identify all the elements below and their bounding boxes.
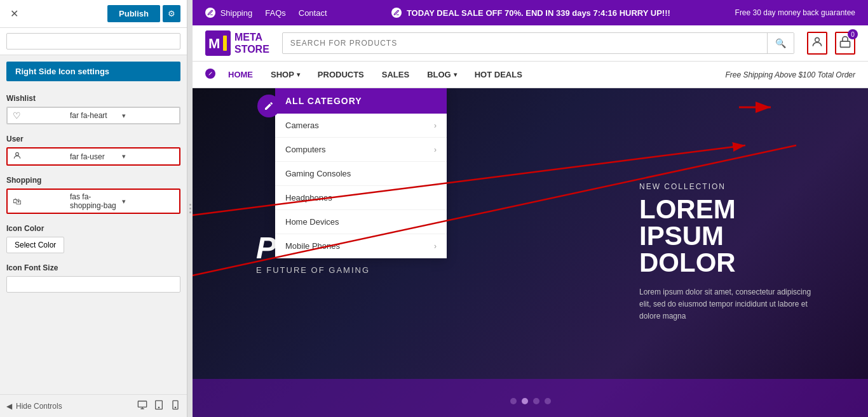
logo-text: META STORE — [234, 31, 269, 55]
icon-color-label: Icon Color — [6, 224, 180, 233]
cameras-arrow-icon: › — [434, 121, 437, 130]
category-cameras[interactable]: Cameras › — [275, 114, 447, 138]
category-header: ALL CATEGORY — [275, 88, 447, 114]
svg-point-0 — [16, 152, 19, 156]
shipping-label: Shipping — [220, 8, 253, 18]
left-panel: ✕ Publish ⚙ Right Side Icon settings Wis… — [0, 0, 187, 417]
cart-button[interactable]: 0 — [835, 32, 855, 55]
user-chevron-icon: ▾ — [122, 152, 174, 161]
hero-text: NEW COLLECTION LOREM IPSUM DOLOR Lorem i… — [639, 182, 817, 323]
faqs-link[interactable]: FAQs — [265, 8, 286, 18]
resize-dot — [189, 204, 191, 206]
svg-rect-8 — [223, 36, 227, 51]
logo-icon: M — [205, 30, 231, 56]
category-computers[interactable]: Computers › — [275, 138, 447, 162]
tablet-view-button[interactable] — [154, 400, 164, 412]
mobile-view-button[interactable] — [170, 400, 180, 412]
hero-description: Lorem ipsum dolor sit amet, consectetur … — [639, 286, 817, 323]
category-gaming-consoles[interactable]: Gaming Consoles — [275, 162, 447, 186]
heart-icon: ♡ — [13, 110, 65, 121]
select-color-button[interactable]: Select Color — [6, 237, 64, 253]
shopping-label: Shopping — [6, 176, 180, 185]
shopping-section: Shopping 🛍 fas fa-shopping-bag ▾ — [6, 176, 180, 214]
contact-link[interactable]: Contact — [299, 8, 327, 18]
resize-handle[interactable] — [187, 0, 193, 417]
footer-icons — [137, 400, 180, 412]
nav-hot-deals[interactable]: HOT DEALS — [467, 63, 530, 86]
wishlist-section: Wishlist ♡ far fa-heart ▾ — [6, 94, 180, 124]
free-shipping-text: Free Shipping Above $100 Total Order — [725, 70, 855, 79]
search-button[interactable]: 🔍 — [767, 33, 794, 53]
right-content: Shipping FAQs Contact TODAY DEAL SALE OF… — [193, 0, 868, 417]
nav-products[interactable]: PRODUCTS — [310, 63, 372, 86]
nav-sales[interactable]: SALES — [374, 63, 417, 86]
user-select[interactable]: far fa-user ▾ — [6, 147, 180, 166]
top-bar-left: Shipping FAQs Contact — [205, 8, 327, 18]
search-input[interactable] — [283, 34, 767, 53]
user-section: User far fa-user ▾ — [6, 135, 180, 166]
panel-search-input[interactable] — [6, 33, 180, 50]
logo-area: M META STORE — [205, 30, 269, 56]
category-headphones[interactable]: Headphones — [275, 186, 447, 210]
right-side-icon-settings-button[interactable]: Right Side Icon settings — [6, 62, 180, 81]
logo-store: STORE — [234, 43, 269, 55]
money-back-text: Free 30 day money back guarantee — [735, 8, 855, 17]
site-nav: HOME SHOP ▾ PRODUCTS SALES BLOG ▾ HOT DE… — [193, 62, 868, 88]
nav-home[interactable]: HOME — [220, 63, 261, 86]
site-header: M META STORE 🔍 — [193, 25, 868, 62]
icon-font-size-input[interactable] — [6, 276, 180, 293]
shopping-chevron-icon: ▾ — [122, 197, 174, 206]
top-bar-right: Free 30 day money back guarantee — [735, 8, 855, 17]
hide-controls-label: Hide Controls — [16, 402, 62, 411]
headphones-label: Headphones — [285, 193, 332, 202]
category-home-devices[interactable]: Home Devices — [275, 210, 447, 234]
header-icons: 0 — [807, 32, 855, 55]
computers-arrow-icon: › — [434, 145, 437, 154]
search-icon: 🔍 — [775, 38, 786, 48]
panel-header: ✕ Publish ⚙ — [0, 0, 187, 28]
wishlist-chevron-icon: ▾ — [122, 112, 174, 120]
hero-subtitle: NEW COLLECTION — [639, 182, 817, 191]
user-account-button[interactable] — [807, 32, 827, 55]
category-dropdown: ALL CATEGORY Cameras › Computers › Gamin… — [269, 88, 447, 258]
pencil-fab-button[interactable] — [257, 95, 280, 117]
mobile-phones-label: Mobile Phones — [285, 241, 340, 251]
user-label: User — [6, 135, 180, 143]
resize-dot — [189, 208, 191, 209]
nav-blog-chevron-icon: ▾ — [454, 71, 457, 78]
search-bar: 🔍 — [282, 32, 794, 54]
publish-button[interactable]: Publish — [107, 5, 160, 22]
desktop-view-button[interactable] — [137, 400, 147, 412]
shopping-select[interactable]: 🛍 fas fa-shopping-bag ▾ — [6, 189, 180, 214]
gaming-consoles-label: Gaming Consoles — [285, 169, 351, 178]
icon-font-size-label: Icon Font Size — [6, 263, 180, 272]
nav-blog[interactable]: BLOG ▾ — [419, 63, 465, 86]
close-button[interactable]: ✕ — [6, 6, 22, 21]
svg-point-5 — [175, 407, 175, 407]
hide-controls-button[interactable]: ◀ Hide Controls — [6, 402, 62, 411]
nav-blog-label: BLOG — [427, 70, 451, 79]
ps5-tagline: E FUTURE OF GAMING — [256, 265, 370, 275]
panel-footer: ◀ Hide Controls — [0, 394, 187, 417]
wishlist-value: far fa-heart — [70, 111, 122, 120]
shipping-link[interactable]: Shipping — [205, 8, 252, 18]
wishlist-select[interactable]: ♡ far fa-heart ▾ — [6, 107, 180, 124]
category-mobile-phones[interactable]: Mobile Phones › — [275, 234, 447, 258]
nav-shop[interactable]: SHOP ▾ — [263, 63, 308, 86]
top-bar-center: TODAY DEAL SALE OFF 70%. END IN 339 days… — [327, 8, 735, 18]
gear-button[interactable]: ⚙ — [163, 5, 180, 22]
main-area: PS5. E FUTURE OF GAMING NEW COLLECTION L… — [193, 88, 868, 417]
nav-shop-label: SHOP — [271, 70, 294, 79]
publish-row: Publish ⚙ — [107, 5, 180, 22]
deal-icon — [391, 8, 402, 18]
svg-rect-10 — [841, 41, 850, 47]
bottom-strip — [193, 379, 868, 417]
svg-point-3 — [158, 407, 159, 407]
top-bar: Shipping FAQs Contact TODAY DEAL SALE OF… — [193, 0, 868, 25]
svg-text:M: M — [208, 36, 220, 51]
shipping-icon — [205, 8, 215, 18]
hide-controls-arrow-icon: ◀ — [6, 402, 12, 411]
mobile-phones-arrow-icon: › — [434, 242, 437, 251]
icon-font-size-section: Icon Font Size — [6, 263, 180, 293]
cart-badge: 0 — [848, 29, 858, 39]
